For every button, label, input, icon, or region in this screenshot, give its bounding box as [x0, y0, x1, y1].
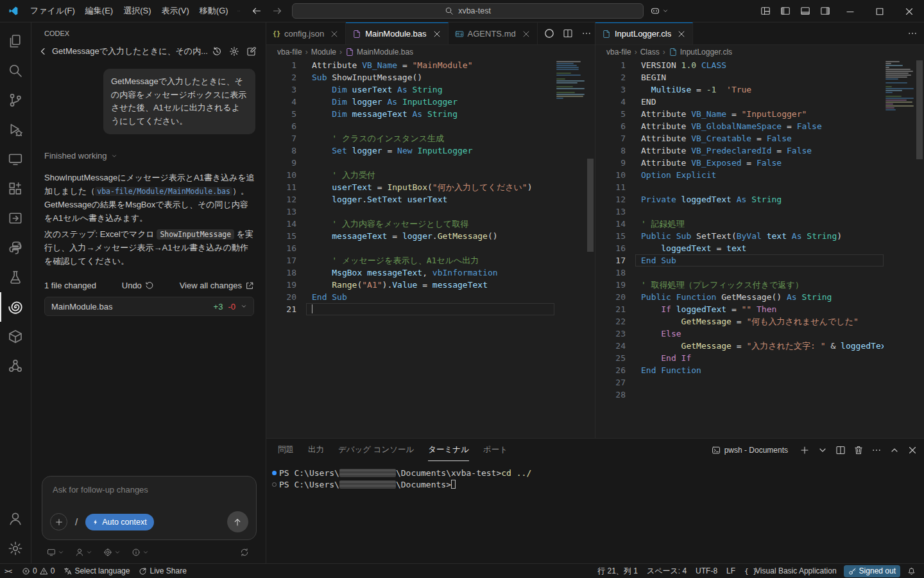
ellipsis-icon[interactable] [907, 28, 918, 39]
status-select-language[interactable]: Select language [59, 564, 134, 578]
code-line[interactable]: 9 [266, 157, 554, 169]
close-icon[interactable] [677, 30, 686, 39]
minimap[interactable] [554, 59, 586, 438]
scrollbar[interactable] [915, 59, 924, 438]
status-eol[interactable]: LF [722, 564, 740, 578]
status-cursor-position[interactable]: 行 21、列 1 [593, 564, 642, 578]
code-line[interactable]: 5Attribute VB_Name = "InputLogger" [595, 108, 884, 120]
activity-item-codex-spiral[interactable] [0, 292, 31, 322]
code-line[interactable]: 18 [595, 267, 884, 279]
panel-tab-デバッグ コンソール[interactable]: デバッグ コンソール [338, 439, 414, 461]
code-line[interactable]: 19' 取得処理（プレフィックス付きで返す） [595, 279, 884, 291]
view-all-changes-button[interactable]: View all changes [180, 281, 254, 290]
terminal-instance[interactable]: pwsh - Documents [712, 446, 788, 455]
maximize-button[interactable] [865, 0, 894, 22]
activity-item-live-preview[interactable] [0, 204, 31, 233]
code-line[interactable]: 10 ' 入力受付 [266, 169, 554, 181]
slash-command-button[interactable]: / [74, 516, 79, 527]
gear-icon[interactable] [229, 46, 239, 57]
forward-icon[interactable] [272, 6, 282, 16]
attach-button[interactable] [50, 513, 67, 530]
search-box[interactable]: xvba-test [292, 3, 644, 19]
code-line[interactable]: 12Private loggedText As String [595, 193, 884, 206]
code-line[interactable]: 19 Range("A1").Value = messageText [266, 279, 554, 291]
close-icon[interactable] [907, 445, 918, 455]
code-line[interactable]: 24 GetMessage = "入力された文字: " & loggedText [595, 340, 884, 352]
code-line[interactable]: 3 Dim userText As String [266, 83, 554, 96]
activity-item-extensions[interactable] [0, 174, 31, 204]
code-line[interactable]: 7Attribute VB_Creatable = False [595, 132, 884, 144]
code-line[interactable]: 21 [266, 303, 554, 315]
scrollbar-thumb[interactable] [916, 60, 923, 159]
status-indentation[interactable]: スペース: 4 [642, 564, 691, 578]
trash-icon[interactable] [853, 445, 864, 455]
code-line[interactable]: 6Attribute VB_GlobalNameSpace = False [595, 120, 884, 132]
breadcrumb-item[interactable]: MainModule.bas [345, 48, 413, 57]
code-line[interactable]: 12 logger.SetText userText [266, 193, 554, 206]
activity-item-python[interactable] [0, 233, 31, 263]
status-remote[interactable]: >< [0, 564, 17, 578]
split-icon[interactable] [835, 445, 846, 455]
menu-item[interactable]: 選択(S) [118, 3, 156, 19]
send-button[interactable] [227, 511, 248, 532]
code-line[interactable]: 2BEGIN [595, 71, 884, 83]
tab-config.json[interactable]: {}config.json [266, 22, 346, 44]
activity-item-teams[interactable] [0, 351, 31, 381]
code-line[interactable]: 17End Sub [595, 254, 884, 267]
code-line[interactable]: 14 ' 入力内容をメッセージとして取得 [266, 218, 554, 230]
status-encoding[interactable]: UTF-8 [691, 564, 722, 578]
followup-composer[interactable]: Ask for follow-up changes / Auto context [42, 476, 257, 540]
target-dropdown[interactable] [103, 548, 121, 557]
menu-item[interactable]: ファイル(F) [25, 3, 80, 19]
activity-item-search[interactable] [0, 56, 31, 85]
status-language-mode[interactable]: { }Visual Basic Application [740, 564, 841, 578]
panel-right-icon[interactable] [820, 6, 830, 16]
code-link[interactable]: vba-file/Module/MainModule.bas [95, 187, 232, 196]
code-line[interactable]: 23 Else [595, 328, 884, 340]
code-line[interactable]: 10Option Explicit [595, 169, 884, 181]
minimize-button[interactable] [835, 0, 865, 22]
back-icon[interactable] [252, 6, 262, 16]
terminal-output[interactable]: PS C:\Users\\Documents\xvba-test> cd ../… [266, 461, 924, 563]
task-status[interactable]: Finished working [44, 151, 255, 161]
ellipsis-icon[interactable] [871, 445, 882, 455]
code-line[interactable]: 5 Dim messageText As String [266, 108, 554, 120]
breadcrumb-item[interactable]: Class [640, 48, 660, 57]
code-line[interactable]: 20End Sub [266, 291, 554, 303]
panel-tab-ターミナル[interactable]: ターミナル [428, 439, 469, 461]
activity-item-beaker[interactable] [0, 263, 31, 292]
menu-item[interactable]: 編集(E) [80, 3, 118, 19]
close-icon[interactable] [522, 30, 531, 39]
ellipsis-icon[interactable] [581, 28, 592, 39]
code-line[interactable]: 16 [266, 242, 554, 254]
close-icon[interactable] [432, 30, 441, 39]
close-button[interactable] [894, 0, 924, 22]
code-line[interactable]: 9Attribute VB_Exposed = False [595, 157, 884, 169]
status-problems[interactable]: 00 [17, 564, 59, 578]
code-line[interactable]: 15 messageText = logger.GetMessage() [266, 230, 554, 242]
panel-tab-出力[interactable]: 出力 [308, 439, 324, 461]
code-line[interactable]: 25 End If [595, 352, 884, 364]
add-icon[interactable] [800, 445, 810, 455]
code-line[interactable]: 2Sub ShowInputMessage() [266, 71, 554, 83]
code-line[interactable]: 13 [595, 206, 884, 218]
code-line[interactable]: 11 [595, 181, 884, 193]
split-icon[interactable] [563, 28, 573, 39]
code-line[interactable]: 22 GetMessage = "何も入力されませんでした" [595, 315, 884, 328]
activity-item-account[interactable] [0, 504, 31, 534]
code-line[interactable]: 17 ' メッセージを表示し、A1セルへ出力 [266, 254, 554, 267]
code-line[interactable]: 20Public Function GetMessage() As String [595, 291, 884, 303]
code-line[interactable]: 11 userText = InputBox("何か入力してください") [266, 181, 554, 193]
scrollbar-thumb[interactable] [587, 159, 594, 252]
code-line[interactable]: 14' 記録処理 [595, 218, 884, 230]
breadcrumb-item[interactable]: vba-file [277, 48, 302, 57]
code-line[interactable]: 4END [595, 96, 884, 108]
undo-button[interactable]: Undo [122, 281, 154, 290]
panel-tab-問題[interactable]: 問題 [278, 439, 294, 461]
gpt-icon[interactable] [544, 28, 554, 39]
code-line[interactable]: 18 MsgBox messageText, vbInformation [266, 267, 554, 279]
code-line[interactable]: 1Attribute VB_Name = "MainModule" [266, 59, 554, 71]
code-line[interactable]: 8 Set logger = New InputLogger [266, 144, 554, 157]
composer-input[interactable]: Ask for follow-up changes [50, 485, 248, 495]
monitor-dropdown[interactable] [47, 548, 64, 557]
